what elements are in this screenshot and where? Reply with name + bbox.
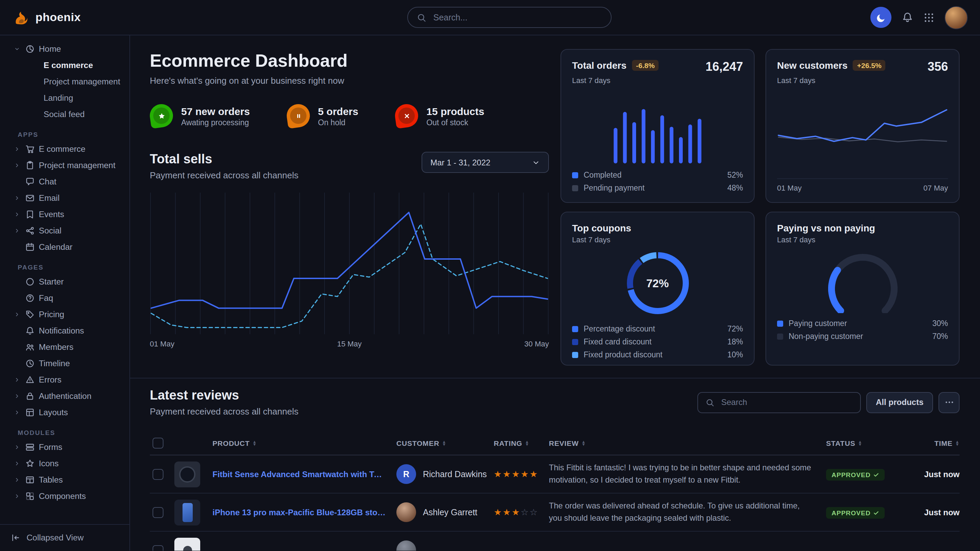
- stat-value: 15 products: [426, 105, 484, 117]
- all-products-button[interactable]: All products: [866, 392, 933, 413]
- sidebar-item-label: Members: [39, 342, 73, 352]
- sidebar-item-icons[interactable]: Icons: [0, 456, 129, 472]
- column-header-time[interactable]: TIME▲▼: [908, 439, 959, 447]
- row-checkbox[interactable]: [153, 545, 164, 551]
- legend-value: 48%: [727, 184, 743, 192]
- sidebar-item-project-management[interactable]: Project management: [0, 157, 129, 173]
- sidebar-item-project-management[interactable]: Project management: [0, 73, 129, 90]
- sidebar-item-events[interactable]: Events: [0, 206, 129, 222]
- phoenix-logo-icon: [12, 8, 30, 26]
- sidebar-item-calendar[interactable]: Calendar: [0, 239, 129, 255]
- column-header-status[interactable]: STATUS▲▼: [826, 439, 908, 447]
- top-navbar: phoenix: [0, 0, 980, 35]
- star-filled-icon: ★: [494, 469, 503, 479]
- sidebar-item-social[interactable]: Social: [0, 222, 129, 239]
- sidebar-item-pricing[interactable]: Pricing: [0, 306, 129, 322]
- more-options-button[interactable]: [939, 392, 959, 413]
- iconstar-icon: [24, 459, 35, 468]
- sidebar-item-starter[interactable]: Starter: [0, 274, 129, 290]
- product-image: [174, 499, 200, 525]
- sidebar-item-home[interactable]: Home: [0, 41, 129, 57]
- theme-toggle-button[interactable]: [870, 7, 891, 28]
- legend-label: Pending payment: [584, 184, 644, 192]
- notifications-button[interactable]: [902, 11, 913, 23]
- legend-swatch: [572, 339, 578, 345]
- share-icon: [24, 226, 35, 235]
- calendar-icon: [24, 242, 35, 252]
- sidebar-item-components[interactable]: Components: [0, 488, 129, 504]
- sidebar-item-tables[interactable]: Tables: [0, 472, 129, 488]
- legend-value: 72%: [727, 325, 743, 333]
- apps-menu-button[interactable]: [923, 12, 934, 23]
- column-header-rating[interactable]: RATING▲▼: [494, 439, 549, 447]
- card-value: 16,247: [706, 60, 743, 74]
- card-title: New customers: [777, 60, 848, 71]
- donut-center-value: 72%: [624, 249, 692, 317]
- sidebar-item-chat[interactable]: Chat: [0, 173, 129, 190]
- customer-name: Ashley Garrett: [423, 507, 477, 517]
- date-range-select[interactable]: Mar 1 - 31, 2022: [422, 152, 549, 173]
- sidebar-item-e-commerce[interactable]: E commerce: [0, 141, 129, 157]
- brand-logo[interactable]: phoenix: [12, 8, 81, 26]
- sidebar-item-label: Home: [39, 44, 61, 54]
- page-subtitle: Here's what's going on at your business …: [150, 76, 549, 86]
- table-icon: [24, 475, 35, 484]
- product-link[interactable]: iPhone 13 pro max-Pacific Blue-128GB sto…: [213, 507, 396, 517]
- sidebar-item-faq[interactable]: Faq: [0, 290, 129, 306]
- legend-item: Completed52%: [572, 171, 743, 179]
- sidebar-item-landing[interactable]: Landing: [0, 90, 129, 106]
- sidebar-item-errors[interactable]: Errors: [0, 372, 129, 388]
- sidebar-item-e-commerce[interactable]: E commerce: [0, 57, 129, 73]
- total-orders-bar-chart: [572, 84, 743, 165]
- stat-caption: Out of stock: [426, 118, 484, 126]
- card-period: Last 7 days: [572, 76, 743, 84]
- x-icon: [403, 112, 410, 119]
- global-search-input[interactable]: [432, 12, 602, 23]
- legend-item: Non-paying customer70%: [777, 332, 948, 340]
- reviews-subtitle: Payment received across all channels: [150, 407, 298, 416]
- reviews-search-input[interactable]: [720, 397, 853, 408]
- star-empty-icon: ☆: [521, 507, 530, 517]
- sidebar-item-timeline[interactable]: Timeline: [0, 355, 129, 372]
- clipboard-icon: [24, 160, 35, 170]
- sidebar-item-authentication[interactable]: Authentication: [0, 388, 129, 404]
- brand-name: phoenix: [35, 11, 81, 24]
- trend-badge: -6.8%: [632, 60, 659, 71]
- legend-label: Completed: [584, 171, 621, 179]
- help-icon: [24, 293, 35, 303]
- chevron-down-icon: [532, 158, 540, 167]
- top-coupons-legend: Percentage discount72%Fixed card discoun…: [572, 320, 743, 359]
- select-all-checkbox[interactable]: [153, 438, 164, 449]
- review-time: Just now: [908, 469, 959, 479]
- collapsed-view-toggle[interactable]: Collapsed View: [0, 524, 129, 551]
- caret-right-icon: [14, 146, 21, 152]
- row-checkbox[interactable]: [153, 507, 164, 518]
- column-header-customer[interactable]: CUSTOMER▲▼: [396, 439, 494, 447]
- row-checkbox[interactable]: [153, 468, 164, 480]
- column-header-product[interactable]: PRODUCT▲▼: [213, 439, 396, 447]
- star-empty-icon: ☆: [530, 507, 538, 517]
- sidebar-item-label: E commerce: [39, 144, 86, 154]
- sidebar-item-members[interactable]: Members: [0, 339, 129, 355]
- caret-right-icon: [14, 493, 21, 500]
- sort-icon: ▲▼: [955, 440, 959, 446]
- paying-gauge-chart: [777, 246, 948, 313]
- review-text: The order was delivered ahead of schedul…: [549, 501, 826, 524]
- sidebar-item-layouts[interactable]: Layouts: [0, 404, 129, 421]
- reviews-controls: All products: [697, 392, 959, 413]
- product-link[interactable]: Fitbit Sense Advanced Smartwatch with To…: [213, 469, 396, 479]
- sidebar-item-forms[interactable]: Forms: [0, 439, 129, 456]
- caret-right-icon: [14, 393, 21, 400]
- mail-icon: [24, 193, 35, 203]
- user-avatar[interactable]: [945, 6, 968, 29]
- sidebar-item-notifications[interactable]: Notifications: [0, 322, 129, 339]
- column-header-review[interactable]: REVIEW▲▼: [549, 439, 826, 447]
- legend-swatch: [777, 320, 783, 326]
- top-coupons-card: Top coupons Last 7 days 72% Percentage d…: [560, 212, 754, 365]
- rating-stars: ★★★★★: [494, 469, 549, 479]
- sidebar-item-email[interactable]: Email: [0, 190, 129, 206]
- phoenix-app: phoenix HomeE commerceProject management…: [0, 0, 980, 551]
- lock-icon: [24, 391, 35, 401]
- sidebar-item-social-feed[interactable]: Social feed: [0, 106, 129, 122]
- total-sells-chart: [150, 191, 549, 335]
